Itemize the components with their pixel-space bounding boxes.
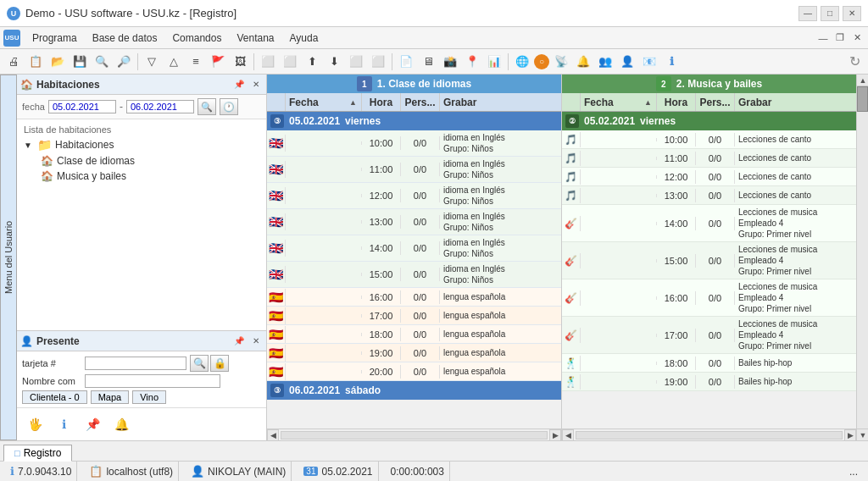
table-row[interactable]: 🇪🇸 17:00 0/0 lengua española (267, 307, 561, 325)
hscroll-right-btn[interactable]: ▶ (549, 429, 561, 441)
maximize-button[interactable]: □ (821, 6, 839, 21)
clientela-badge[interactable]: Clientela - 0 (22, 390, 87, 404)
toolbar-chart[interactable]: 📊 (484, 52, 504, 72)
toolbar-globe[interactable]: 🌐 (512, 52, 532, 72)
fecha-sort-btn[interactable]: ▲ (348, 98, 358, 107)
toolbar-nav6[interactable]: ⬜ (368, 52, 388, 72)
table-row[interactable]: 🎸 17:00 0/0 Lecciones de musicaEmpleado … (562, 317, 856, 354)
tree-musica[interactable]: 🏠 Musica y bailes (20, 169, 263, 184)
table-row[interactable]: 🎵 12:00 0/0 Lecciones de canto (562, 168, 856, 186)
toolbar-doc[interactable]: 📄 (396, 52, 416, 72)
toolbar-bell[interactable]: 🔔 (573, 52, 593, 72)
table-row[interactable]: 🎸 16:00 0/0 Lecciones de musicaEmpleado … (562, 279, 856, 317)
mapa-badge[interactable]: Mapa (91, 390, 130, 404)
vscroll-up-btn[interactable]: ▲ (857, 75, 868, 86)
hscroll-track[interactable] (281, 431, 548, 440)
date-to-input[interactable] (126, 100, 194, 113)
vscroll-down-btn[interactable]: ▼ (857, 428, 868, 440)
menu-comandos[interactable]: Comandos (165, 30, 228, 46)
hscroll-left-btn[interactable]: ◀ (267, 429, 279, 441)
toolbar-filter-down[interactable]: ▽ (142, 52, 162, 72)
table-row[interactable]: 🎵 10:00 0/0 Lecciones de canto (562, 130, 856, 149)
tarjeta-lock-btn[interactable]: 🔒 (210, 355, 229, 372)
minimize-button[interactable]: — (798, 6, 817, 21)
nombre-input[interactable] (85, 374, 220, 388)
toolbar-users[interactable]: 👥 (595, 52, 615, 72)
table-row[interactable]: 🇪🇸 16:00 0/0 lengua española (267, 288, 561, 307)
toolbar-right-btn[interactable]: ↻ (844, 52, 865, 72)
toolbar-screen[interactable]: 🖥 (418, 52, 438, 72)
bottom-info-btn[interactable]: ℹ (53, 413, 75, 435)
p2-hscroll-left-btn[interactable]: ◀ (562, 429, 574, 441)
panel-close-btn[interactable]: ✕ (249, 78, 263, 91)
date-search-btn[interactable]: 🔍 (198, 98, 216, 115)
vscroll-thumb[interactable] (857, 86, 868, 112)
toolbar-filter-up[interactable]: △ (164, 52, 184, 72)
vino-badge[interactable]: Vino (132, 390, 166, 404)
toolbar-filter-menu[interactable]: ≡ (186, 52, 206, 72)
toolbar-nav3[interactable]: ⬆ (302, 52, 322, 72)
row-date-4 (286, 220, 362, 224)
date-from-input[interactable] (48, 100, 116, 113)
tarjeta-search-btn[interactable]: 🔍 (190, 355, 209, 372)
menu-close-btn[interactable]: ✕ (849, 30, 865, 46)
tree-habitaciones[interactable]: ▼ 📁 Habitaciones (20, 136, 263, 153)
toolbar-flag[interactable]: 🚩 (208, 52, 228, 72)
menu-base-datos[interactable]: Base de datos (86, 30, 164, 46)
menu-programa[interactable]: Programa (25, 30, 84, 46)
table-row[interactable]: 🕺 19:00 0/0 Bailes hip-hop (562, 373, 856, 391)
toolbar-search[interactable]: 🔍 (92, 52, 112, 72)
p2-hscroll-right-btn[interactable]: ▶ (844, 429, 856, 441)
table-row[interactable]: 🕺 18:00 0/0 Bailes hip-hop (562, 354, 856, 373)
table-row[interactable]: 🇬🇧 11:00 0/0 idioma en InglésGrupo: Niño… (267, 157, 561, 183)
toolbar-photo[interactable]: 📸 (440, 52, 460, 72)
p2-fecha-sort-btn[interactable]: ▲ (643, 98, 653, 107)
toolbar-circle[interactable]: ○ (534, 54, 549, 69)
toolbar-copy[interactable]: 📋 (25, 52, 46, 72)
toolbar-user[interactable]: 👤 (617, 52, 637, 72)
menu-ventana[interactable]: Ventana (230, 30, 281, 46)
table-row[interactable]: 🇪🇸 19:00 0/0 lengua española (267, 344, 561, 362)
toolbar-signal[interactable]: 📡 (551, 52, 571, 72)
tab-registro[interactable]: □ Registro (3, 445, 72, 462)
table-row[interactable]: 🎵 13:00 0/0 Lecciones de canto (562, 186, 856, 205)
menu-minimize-btn[interactable]: — (815, 30, 831, 46)
toolbar-info[interactable]: ℹ (661, 52, 682, 72)
toolbar-open[interactable]: 📂 (47, 52, 68, 72)
toolbar-zoom[interactable]: 🔎 (114, 52, 134, 72)
close-button[interactable]: ✕ (843, 6, 861, 21)
tree-clase-idiomas[interactable]: 🏠 Clase de idiomas (20, 153, 263, 169)
toolbar-pin[interactable]: 📍 (462, 52, 482, 72)
bottom-pin-btn[interactable]: 📌 (81, 413, 103, 435)
table-row[interactable]: 🇬🇧 10:00 0/0 idioma en InglésGrupo: Niño… (267, 130, 561, 157)
table-row[interactable]: 🇪🇸 18:00 0/0 lengua española (267, 325, 561, 344)
toolbar-nav2[interactable]: ⬜ (280, 52, 300, 72)
toolbar-nav1[interactable]: ⬜ (258, 52, 278, 72)
table-row[interactable]: 🎵 11:00 0/0 Lecciones de canto (562, 149, 856, 168)
table-row[interactable]: 🇬🇧 13:00 0/0 idioma en InglésGrupo: Niño… (267, 209, 561, 235)
menu-usuario-tab[interactable]: Menu del Usuario (0, 75, 17, 440)
tarjeta-input[interactable] (85, 357, 186, 370)
presente-pin-btn[interactable]: 📌 (231, 334, 248, 347)
toolbar-image[interactable]: 🖼 (230, 52, 250, 72)
toolbar-print[interactable]: 🖨 (3, 52, 24, 72)
table-row[interactable]: 🎸 14:00 0/0 Lecciones de musicaEmpleado … (562, 205, 856, 242)
toolbar-nav5[interactable]: ⬜ (346, 52, 366, 72)
p2-hscroll-track[interactable] (576, 431, 843, 440)
menu-ayuda[interactable]: Ayuda (283, 30, 326, 46)
table-row[interactable]: 🇬🇧 12:00 0/0 idioma en InglésGrupo: Niño… (267, 183, 561, 209)
table-row[interactable]: 🇪🇸 20:00 0/0 lengua española (267, 362, 561, 381)
p2-row-time-1: 10:00 (657, 133, 696, 147)
menu-restore-btn[interactable]: ❐ (832, 30, 848, 46)
toolbar-save[interactable]: 💾 (70, 52, 90, 72)
toolbar-email[interactable]: 📧 (639, 52, 659, 72)
table-row[interactable]: 🇬🇧 14:00 0/0 idioma en InglésGrupo: Niño… (267, 235, 561, 262)
table-row[interactable]: 🇬🇧 15:00 0/0 idioma en InglésGrupo: Niño… (267, 262, 561, 288)
presente-close-btn[interactable]: ✕ (249, 334, 263, 347)
bottom-hand-btn[interactable]: 🖐 (24, 413, 46, 435)
bottom-bell-btn[interactable]: 🔔 (110, 413, 132, 435)
table-row[interactable]: 🎸 15:00 0/0 Lecciones de musicaEmpleado … (562, 242, 856, 279)
panel-pin-btn[interactable]: 📌 (231, 78, 248, 91)
date-calendar-btn[interactable]: 🕐 (220, 98, 238, 115)
toolbar-nav4[interactable]: ⬇ (324, 52, 344, 72)
